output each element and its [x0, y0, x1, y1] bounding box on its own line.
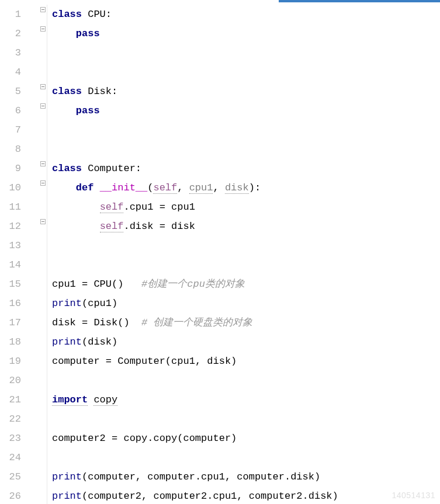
keyword-import: import [52, 394, 88, 406]
attribute: cpu1 [201, 471, 225, 482]
spacing [88, 394, 93, 405]
dot: . [285, 471, 290, 482]
line-number[interactable]: 13 [0, 236, 29, 255]
line-number[interactable]: 11 [0, 197, 29, 217]
line-number[interactable]: 9 [0, 159, 29, 178]
line-number-gutter[interactable]: 1 2 3 4 5 6 7 8 9 10 11 12 13 14 15 16 1… [0, 5, 30, 504]
line-number[interactable]: 14 [0, 255, 29, 274]
equals: = [76, 317, 94, 328]
code-line[interactable]: class CPU: [52, 5, 440, 24]
fold-toggle-icon[interactable] [40, 7, 46, 12]
comma: , [225, 471, 237, 482]
code-line[interactable]: class Computer: [52, 159, 440, 178]
line-number[interactable]: 5 [0, 82, 29, 101]
code-editor: 1 2 3 4 5 6 7 8 9 10 11 12 13 14 15 16 1… [0, 0, 440, 504]
variable: computer [52, 356, 100, 367]
code-line[interactable]: print(cpu1) [52, 294, 440, 313]
fold-toggle-icon[interactable] [40, 26, 46, 32]
line-number[interactable]: 25 [0, 467, 29, 486]
code-line[interactable]: class Disk: [52, 82, 440, 101]
attribute: disk [309, 491, 332, 502]
line-number[interactable]: 2 [0, 24, 29, 43]
line-number[interactable]: 23 [0, 429, 29, 448]
line-number[interactable]: 21 [0, 390, 29, 409]
line-number[interactable]: 1 [0, 5, 29, 24]
line-number[interactable]: 17 [0, 313, 29, 332]
code-line[interactable] [52, 371, 440, 390]
call-parens: () [112, 279, 123, 290]
fold-toggle-icon[interactable] [40, 103, 46, 109]
variable: cpu1 [52, 279, 76, 290]
dot: . [207, 491, 213, 502]
line-number[interactable]: 24 [0, 448, 29, 467]
line-number[interactable]: 16 [0, 294, 29, 313]
variable: disk [52, 317, 76, 328]
line-number[interactable]: 6 [0, 101, 29, 120]
code-line[interactable]: cpu1 = CPU() #创建一个cpu类的对象 [52, 274, 440, 294]
line-number[interactable]: 15 [0, 274, 29, 294]
code-line[interactable]: self.cpu1 = cpu1 [52, 197, 440, 217]
line-number[interactable]: 18 [0, 332, 29, 352]
code-line[interactable] [52, 62, 440, 82]
param: disk [225, 182, 249, 194]
line-number[interactable]: 8 [0, 140, 29, 159]
spacing [123, 279, 141, 290]
fold-toggle-icon[interactable] [40, 84, 46, 89]
code-line[interactable] [52, 255, 440, 274]
fold-toggle-icon[interactable] [40, 219, 46, 224]
code-area[interactable]: class CPU: pass class Disk: pass class C… [47, 5, 440, 504]
class-ref: Disk [93, 317, 117, 328]
fold-toggle-icon[interactable] [40, 180, 46, 186]
indent [52, 28, 76, 39]
code-line[interactable] [52, 236, 440, 255]
line-number[interactable]: 4 [0, 62, 29, 82]
code-line[interactable]: def __init__(self, cpu1, disk): [52, 178, 440, 197]
code-line[interactable] [52, 140, 440, 159]
watermark-text: 140514131 [392, 491, 435, 500]
class-ref: Computer [117, 356, 165, 367]
code-line[interactable]: import copy [52, 390, 440, 409]
rparen: ) [112, 336, 117, 347]
line-number[interactable]: 22 [0, 409, 29, 429]
equals: = [76, 279, 94, 290]
code-line[interactable]: self.disk = disk [52, 217, 440, 236]
code-line[interactable]: print(computer, computer.cpu1, computer.… [52, 467, 440, 486]
spacing [130, 317, 141, 328]
code-line[interactable]: print(computer2, computer2.cpu1, compute… [52, 486, 440, 504]
rparen: ) [231, 433, 237, 444]
module-name: copy [93, 394, 117, 406]
comma: , [195, 356, 207, 367]
code-line[interactable] [52, 43, 440, 62]
argument: computer [88, 471, 136, 482]
rparen: ) [112, 298, 117, 309]
code-line[interactable]: disk = Disk() # 创建一个硬盘类的对象 [52, 313, 440, 332]
variable: computer2 [52, 433, 106, 444]
rparen: ) [314, 471, 320, 482]
line-number[interactable]: 3 [0, 43, 29, 62]
equals: = [106, 433, 124, 444]
code-line[interactable] [52, 409, 440, 429]
fold-toggle-icon[interactable] [40, 161, 46, 166]
variable: cpu1 [171, 201, 195, 213]
line-number[interactable]: 10 [0, 178, 29, 197]
argument: cpu1 [171, 356, 195, 367]
line-number[interactable]: 19 [0, 352, 29, 371]
colon: : [255, 182, 261, 193]
code-line[interactable]: computer2 = copy.copy(computer) [52, 429, 440, 448]
code-line[interactable]: computer = Computer(cpu1, disk) [52, 352, 440, 371]
line-number[interactable]: 7 [0, 120, 29, 140]
comma: , [213, 182, 224, 193]
line-number[interactable]: 20 [0, 371, 29, 390]
top-progress-bar [279, 0, 440, 2]
code-line[interactable]: print(disk) [52, 332, 440, 352]
code-line[interactable]: pass [52, 101, 440, 120]
code-line[interactable]: pass [52, 24, 440, 43]
dot: . [123, 201, 129, 213]
fold-gutter[interactable] [30, 5, 47, 504]
code-line[interactable] [52, 120, 440, 140]
argument: cpu1 [88, 298, 112, 309]
code-line[interactable] [52, 448, 440, 467]
indent [52, 182, 76, 193]
line-number[interactable]: 26 [0, 486, 29, 504]
line-number[interactable]: 12 [0, 217, 29, 236]
